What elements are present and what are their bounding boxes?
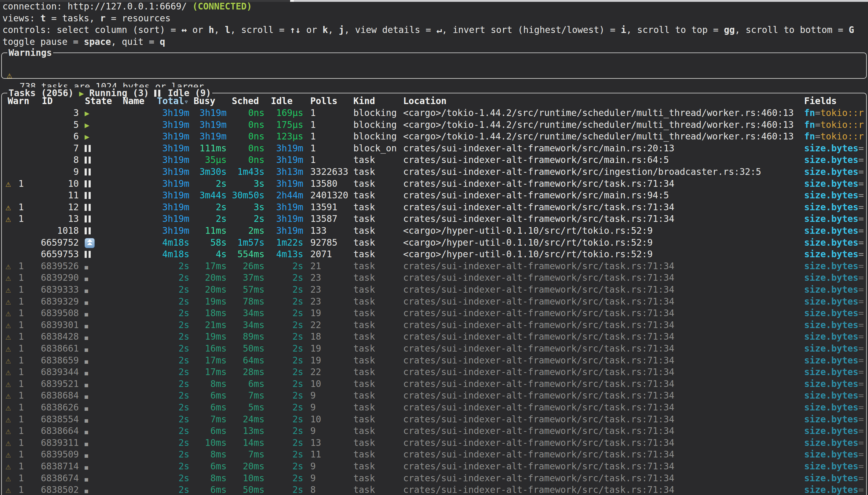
task-location: crates/sui-indexer-alt-framework/src/tas… <box>403 461 674 473</box>
task-row[interactable]: ⚠16839521■2s8ms6ms2s10taskcrates/sui-ind… <box>0 378 868 390</box>
task-total: 2s <box>146 402 189 413</box>
column-header-idle[interactable]: Idle <box>271 95 293 107</box>
task-polls: 1 <box>310 131 316 142</box>
task-row[interactable]: 83h19m35µs0ns3h19m1taskcrates/sui-indexe… <box>0 154 868 166</box>
row-warning-icon: ⚠ <box>5 178 11 190</box>
task-row[interactable]: ⚠16839344■2s17ms28ms2s22taskcrates/sui-i… <box>0 366 868 378</box>
task-row[interactable]: ⚠16838714■2s6ms20ms2s9taskcrates/sui-ind… <box>0 461 868 473</box>
task-row[interactable]: 66597534m18s4s554ms4m13s2071task<cargo>/… <box>0 249 868 260</box>
row-warning-icon: ⚠ <box>5 449 11 461</box>
warn-count: 1 <box>14 307 24 319</box>
field-part: = <box>858 379 864 389</box>
task-total-value: 2s <box>178 285 189 295</box>
task-sched-value: 28ms <box>243 367 265 377</box>
task-total-value: 2s <box>178 379 189 389</box>
task-sched-value: 78ms <box>243 296 265 307</box>
task-idle-value: 2s <box>292 484 303 495</box>
task-row[interactable]: 113h19m3m44s30m50s2h44m2401320taskcrates… <box>0 189 868 201</box>
task-row[interactable]: ⚠16839301■2s21ms34ms2s22taskcrates/sui-i… <box>0 319 868 331</box>
task-kind: task <box>353 296 375 308</box>
task-row[interactable]: ⚠1133h19m2s2s3h19m13587taskcrates/sui-in… <box>0 213 868 225</box>
task-row[interactable]: ⚠16839333■2s20ms57ms2s23taskcrates/sui-i… <box>0 284 868 296</box>
warn-count: 1 <box>14 437 24 449</box>
task-kind: task <box>353 166 375 178</box>
task-row[interactable]: 3▶3h19m3h19m0ns169µs1blocking<cargo>/tok… <box>0 107 868 119</box>
task-row[interactable]: ⚠16839290■2s20ms37ms2s23taskcrates/sui-i… <box>0 272 868 284</box>
task-row[interactable]: 5▶3h19m3h19m0ns175µs1blocking<cargo>/tok… <box>0 119 868 131</box>
column-header-id[interactable]: ID <box>42 95 53 107</box>
task-row[interactable]: 66597524m18s58s1m57s1m22s92785task<cargo… <box>0 237 868 249</box>
warn-count: 1 <box>14 413 24 425</box>
task-sched-value: 14ms <box>243 438 265 448</box>
task-kind: task <box>353 484 375 495</box>
task-row[interactable]: ⚠16838659■2s17ms64ms2s19taskcrates/sui-i… <box>0 355 868 366</box>
state-idle-pause-icon <box>85 249 93 261</box>
task-total: 3h19m <box>146 166 189 178</box>
task-idle-value: 2s <box>292 261 303 271</box>
pause-bar <box>88 192 91 199</box>
pause-bar <box>88 145 91 152</box>
task-row[interactable]: 73h19m111ms0ns3h19m1block_oncrates/sui-i… <box>0 142 868 154</box>
task-polls: 10 <box>310 378 321 390</box>
column-header-fields[interactable]: Fields <box>804 95 837 107</box>
task-row[interactable]: ⚠16839508■2s18ms34ms2s19taskcrates/sui-i… <box>0 307 868 319</box>
task-row[interactable]: ⚠16839329■2s19ms78ms2s23taskcrates/sui-i… <box>0 296 868 308</box>
task-busy-value: 6ms <box>211 390 227 401</box>
task-state <box>85 201 93 213</box>
column-header-total[interactable]: Total▿ <box>157 95 188 108</box>
task-state <box>85 189 93 201</box>
task-total-value: 3h19m <box>162 120 189 130</box>
task-row[interactable]: ⚠1123h19m2s3s3h19m13591taskcrates/sui-in… <box>0 201 868 213</box>
task-row[interactable]: ⚠16838554■2s7ms24ms2s10taskcrates/sui-in… <box>0 413 868 425</box>
task-row[interactable]: ⚠16839509■2s8ms7ms2s11taskcrates/sui-ind… <box>0 449 868 461</box>
task-polls: 9 <box>310 390 316 402</box>
state-stopped-icon: ■ <box>85 287 88 294</box>
task-sched: 50ms <box>227 484 265 495</box>
up-chevron <box>87 239 93 242</box>
task-row[interactable]: ⚠16838661■2s16ms50ms2s19taskcrates/sui-i… <box>0 343 868 355</box>
task-kind: task <box>353 225 375 237</box>
task-row[interactable]: ⚠16838674■2s8ms10ms2s9taskcrates/sui-ind… <box>0 473 868 484</box>
task-busy: 6ms <box>190 402 227 413</box>
column-header-kind[interactable]: Kind <box>353 95 375 107</box>
task-row[interactable]: 10183h19m11ms2ms3h19m133task<cargo>/hype… <box>0 225 868 237</box>
task-row[interactable]: ⚠16838502■2s6ms50ms2s8taskcrates/sui-ind… <box>0 484 868 495</box>
state-stopped-icon: ■ <box>85 370 88 376</box>
field-part: size.bytes <box>804 473 858 483</box>
task-row[interactable]: 6▶3h19m3h19m0ns123µs1blocking<cargo>/tok… <box>0 131 868 142</box>
task-busy-value: 21ms <box>205 320 227 330</box>
column-header-location[interactable]: Location <box>403 95 447 107</box>
task-busy-value: 2s <box>216 202 227 212</box>
column-header-busy[interactable]: Busy <box>194 95 215 107</box>
task-total: 2s <box>146 331 189 343</box>
task-row[interactable]: ⚠16839526■2s17ms26ms2s21taskcrates/sui-i… <box>0 260 868 272</box>
task-sched: 89ms <box>227 331 265 343</box>
task-sched-value: 6ms <box>248 379 265 389</box>
task-row[interactable]: ⚠16838626■2s6ms5ms2s9taskcrates/sui-inde… <box>0 402 868 413</box>
column-header-warn[interactable]: Warn <box>7 95 29 107</box>
task-row[interactable]: 93h19m3m30s1m43s3h13m3322633taskcrates/s… <box>0 166 868 178</box>
field-part: = <box>858 402 864 413</box>
column-header-name[interactable]: Name <box>123 95 145 107</box>
task-id: 6838428 <box>28 331 79 343</box>
task-row[interactable]: ⚠16839311■2s10ms14ms2s13taskcrates/sui-i… <box>0 437 868 449</box>
task-kind: task <box>353 284 375 296</box>
column-header-state[interactable]: State <box>85 95 112 107</box>
task-sched: 3s <box>227 178 265 190</box>
task-row[interactable]: ⚠16838428■2s19ms89ms2s18taskcrates/sui-i… <box>0 331 868 343</box>
task-location: crates/sui-indexer-alt-framework/src/tas… <box>403 378 674 390</box>
field-part: = <box>858 202 864 212</box>
column-header-polls[interactable]: Polls <box>310 95 337 107</box>
field-part: = <box>858 438 864 448</box>
field-part: fn <box>804 131 815 142</box>
task-sched-value: 34ms <box>243 308 265 318</box>
task-row[interactable]: ⚠16838684■2s6ms7ms2s9taskcrates/sui-inde… <box>0 390 868 402</box>
task-row[interactable]: ⚠1103h19m2s3s3h19m13580taskcrates/sui-in… <box>0 178 868 190</box>
field-part: = <box>858 449 864 460</box>
task-row[interactable]: ⚠16838664■2s6ms13ms2s9taskcrates/sui-ind… <box>0 425 868 437</box>
column-header-sched[interactable]: Sched <box>232 95 259 107</box>
state-stopped-icon: ■ <box>85 417 88 424</box>
task-location: crates/sui-indexer-alt-framework/src/mai… <box>403 142 674 154</box>
task-sched-value: 7ms <box>248 449 265 460</box>
task-state: ■ <box>85 307 88 320</box>
